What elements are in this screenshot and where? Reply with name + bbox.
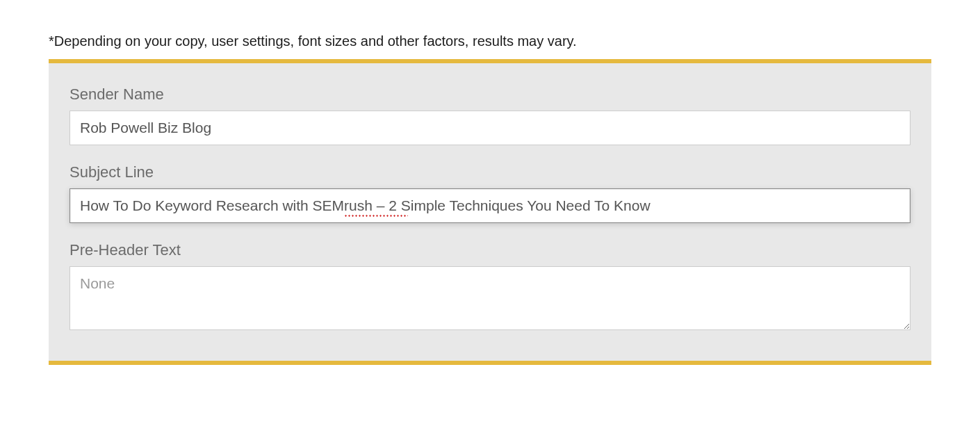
- subject-line-label: Subject Line: [70, 163, 910, 181]
- subject-line-group: Subject Line: [70, 163, 910, 223]
- sender-name-label: Sender Name: [70, 85, 910, 104]
- sender-name-group: Sender Name: [70, 85, 910, 145]
- sender-name-input[interactable]: [70, 111, 910, 145]
- preheader-textarea[interactable]: [70, 266, 910, 330]
- preheader-label: Pre-Header Text: [70, 241, 910, 259]
- disclaimer-text: *Depending on your copy, user settings, …: [49, 33, 931, 49]
- subject-line-input[interactable]: [70, 188, 910, 223]
- form-panel: Sender Name Subject Line Pre-Header Text: [49, 63, 931, 361]
- bottom-accent-bar: [49, 361, 931, 365]
- preheader-group: Pre-Header Text: [70, 241, 910, 333]
